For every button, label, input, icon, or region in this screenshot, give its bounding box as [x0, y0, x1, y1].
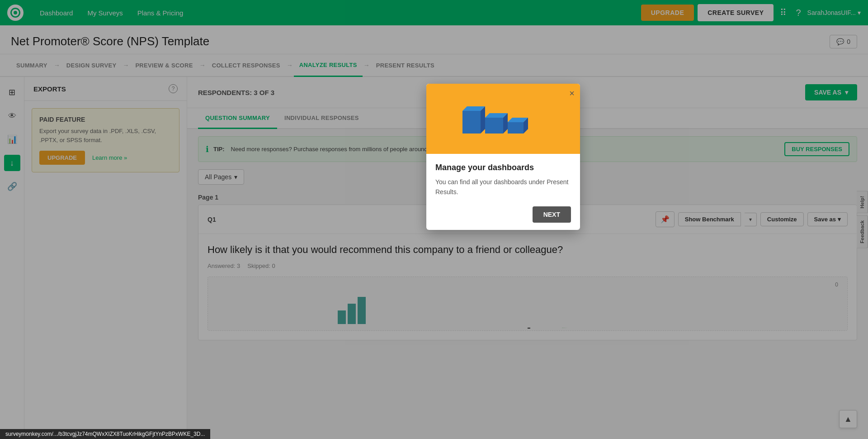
modal-overlay: × Manage your dashboards You can find al…	[0, 0, 868, 439]
svg-rect-7	[462, 111, 481, 134]
modal-close-button[interactable]: ×	[569, 88, 575, 99]
svg-marker-9	[481, 106, 485, 134]
modal-body: Manage your dashboards You can find all …	[426, 154, 580, 230]
svg-rect-13	[508, 122, 524, 134]
modal-description: You can find all your dashboards under P…	[435, 177, 571, 197]
modal-header-image: ×	[426, 84, 580, 154]
svg-rect-10	[485, 118, 503, 134]
status-bar: surveymonkey.com/.../b3tcvgjJz74mQWxXIZX…	[0, 429, 210, 439]
modal-next-button[interactable]: NEXT	[533, 206, 571, 223]
manage-dashboards-modal: × Manage your dashboards You can find al…	[426, 84, 580, 230]
modal-title: Manage your dashboards	[435, 163, 571, 172]
modal-illustration	[435, 84, 571, 149]
status-url: surveymonkey.com/.../b3tcvgjJz74mQWxXIZX…	[5, 431, 205, 437]
